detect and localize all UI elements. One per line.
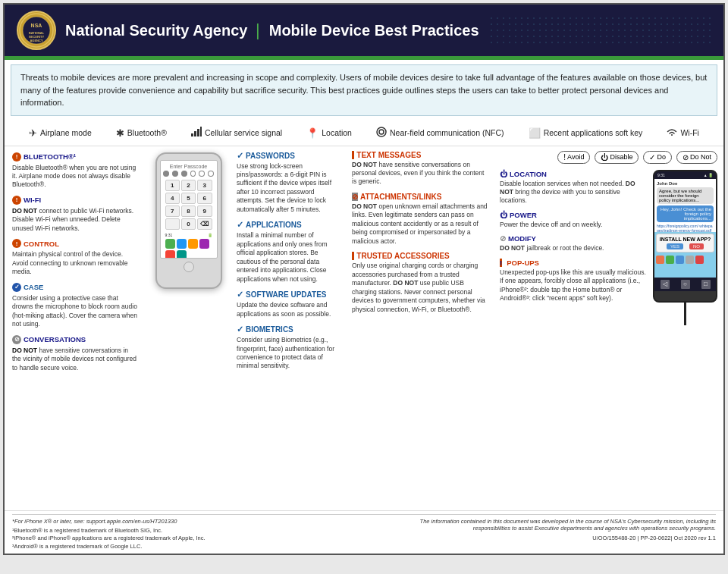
key-8[interactable]: 8 xyxy=(181,205,196,217)
time-display: 9:31 xyxy=(165,233,173,237)
android-status-icons: ▲ 🔋 xyxy=(704,173,713,177)
yes-button[interactable]: YES xyxy=(667,243,683,249)
left-panel: ! BLUETOOTH®¹ Disable Bluetooth® when yo… xyxy=(5,146,145,510)
android-app-apps[interactable] xyxy=(695,256,704,264)
recent-apps-label: Recent applications soft key xyxy=(544,128,643,137)
power-tip-text: Power the device off and on weekly. xyxy=(500,221,647,229)
attachments-title: ⊘ ATTACHMENTS/LINKS xyxy=(352,193,488,201)
popups-tip: ! POP-UPS Unexpected pop-ups like this a… xyxy=(500,259,647,303)
location-icon: 📍 xyxy=(306,127,318,139)
iphone-section: Enter Passcode 1 2 xyxy=(145,146,232,510)
applications-check-icon: ✓ xyxy=(237,220,243,230)
trademark-iphone: ²iPhone® and iPhone® applications are a … xyxy=(12,535,399,543)
wifi-tip: ! WI-FI DO NOT connect to public Wi-Fi n… xyxy=(12,196,137,233)
key-2[interactable]: 2 xyxy=(181,180,196,191)
app-3[interactable] xyxy=(188,239,198,249)
iphone-footnote: *For iPhone X® or later, see: support.ap… xyxy=(12,518,399,525)
disable-icon: ⏻ xyxy=(601,153,608,162)
android-app-phone[interactable] xyxy=(656,256,664,264)
key-3[interactable]: 3 xyxy=(197,180,212,191)
android-body: 9:31 ▲ 🔋 John Doe Agree, but we should c… xyxy=(653,170,717,303)
iphone-home-button[interactable] xyxy=(184,262,194,272)
legend-disable: ⏻ Disable xyxy=(595,151,639,164)
power-title: ⏻ POWER xyxy=(500,211,647,219)
biometrics-tip: ✓ BIOMETRICS Consider using Biometrics (… xyxy=(237,325,341,371)
cellular-label: Cellular service signal xyxy=(205,128,282,137)
app-grid xyxy=(164,237,214,259)
install-popup: INSTALL NEW APP? YES NO xyxy=(656,234,714,252)
app-6[interactable] xyxy=(177,250,187,259)
airplane-icon: ✈ xyxy=(29,127,37,139)
key-4[interactable]: 4 xyxy=(165,193,180,204)
icon-airplane: ✈ Airplane mode xyxy=(29,127,92,139)
accent-bar xyxy=(5,56,723,60)
android-app-contacts[interactable] xyxy=(676,256,684,264)
android-time: 9:31 xyxy=(657,173,665,177)
applications-title: ✓ APPLICATIONS xyxy=(237,220,341,230)
pin-dot-3 xyxy=(181,171,187,177)
nsa-logo: NSA NATIONAL SECURITY AGENCY xyxy=(17,11,56,50)
app-1[interactable] xyxy=(165,239,175,249)
key-del[interactable]: ⌫ xyxy=(197,218,212,230)
location-label: Location xyxy=(322,128,352,137)
bluetooth-icon: ✱ xyxy=(116,127,124,139)
conversations-tip: ⊘ CONVERSATIONS DO NOT have sensitive co… xyxy=(12,335,137,372)
pin-dot-4 xyxy=(190,171,196,177)
biometrics-title: ✓ BIOMETRICS xyxy=(237,325,341,334)
android-app-browser[interactable] xyxy=(686,256,694,264)
pin-dot-5 xyxy=(199,171,205,177)
software-updates-title: ✓ SOFTWARE UPDATES xyxy=(237,290,341,300)
legend: ! Avoid ⏻ Disable ✓ Do ⊘ Do Not xyxy=(500,151,717,164)
modify-title: ⊘ MODIFY xyxy=(500,234,647,243)
android-home-button[interactable]: ○ xyxy=(681,280,690,289)
software-check-icon: ✓ xyxy=(237,290,243,300)
header-text: National Security Agency | Mobile Device… xyxy=(65,20,479,40)
key-5[interactable]: 5 xyxy=(181,193,196,204)
key-6[interactable]: 6 xyxy=(197,193,212,204)
disclaimer-text: The information contained in this docume… xyxy=(413,518,716,532)
iphone-screen-content: Enter Passcode 1 2 xyxy=(161,161,217,259)
footer-left: *For iPhone X® or later, see: support.ap… xyxy=(12,518,399,551)
no-button[interactable]: NO xyxy=(689,243,704,249)
center-tips-panel: ✓ PASSWORDS Use strong lock-screen pins/… xyxy=(232,146,346,510)
modify-tip: ⊘ MODIFY DO NOT jailbreak or root the de… xyxy=(500,234,647,252)
chat-link: https://foreignpolicy.com/ whitepages/tr… xyxy=(657,224,714,232)
bluetooth-label: Bluetooth® xyxy=(127,128,167,137)
pin-label: Enter Passcode xyxy=(164,164,214,169)
android-section: 9:31 ▲ 🔋 John Doe Agree, but we should c… xyxy=(653,170,717,325)
iphone-screen: Enter Passcode 1 2 xyxy=(160,160,218,259)
legend-do: ✓ Do xyxy=(643,151,672,164)
wifi-icon xyxy=(667,127,677,139)
icon-location: 📍 Location xyxy=(306,127,352,139)
icon-nfc: Near-field communication (NFC) xyxy=(376,127,504,140)
key-0[interactable]: 0 xyxy=(181,218,196,230)
airplane-label: Airplane mode xyxy=(40,128,92,137)
applications-tip: ✓ APPLICATIONS Install a minimal number … xyxy=(237,220,341,284)
key-7[interactable]: 7 xyxy=(165,205,180,217)
app-2[interactable] xyxy=(177,239,187,249)
trusted-accessories-text: Only use original charging cords or char… xyxy=(352,262,488,314)
icon-recent-apps: ⬜ Recent applications soft key xyxy=(529,127,643,139)
attachments-tip: ⊘ ATTACHMENTS/LINKS DO NOT open unknown … xyxy=(352,193,488,246)
app-5[interactable] xyxy=(165,250,175,259)
android-back-button[interactable]: ◁ xyxy=(661,280,670,289)
passwords-check-icon: ✓ xyxy=(237,151,243,161)
trademark-android: ³Android® is a registered trademark of G… xyxy=(12,543,399,551)
software-updates-tip: ✓ SOFTWARE UPDATES Update the device sof… xyxy=(237,290,341,318)
android-app-msg[interactable] xyxy=(666,256,674,264)
biometrics-check-icon: ✓ xyxy=(237,325,243,334)
android-recent-button[interactable]: □ xyxy=(701,280,711,289)
do-icon: ✓ xyxy=(649,153,655,162)
case-tip-text: Consider using a protective case that dr… xyxy=(12,294,137,329)
app-4[interactable] xyxy=(199,239,209,249)
right-content: ⏻ LOCATION Disable location services whe… xyxy=(500,170,717,325)
bluetooth-tip-title: ! BLUETOOTH®¹ xyxy=(12,152,137,162)
text-messages-title: ! TEXT MESSAGES xyxy=(352,151,488,159)
trusted-accessories-title: ! TRUSTED ACCESSORIES xyxy=(352,252,488,260)
key-9[interactable]: 9 xyxy=(197,205,212,217)
do-label: Do xyxy=(657,153,666,161)
legend-avoid: ! Avoid xyxy=(557,151,590,164)
power-tip: ⏻ POWER Power the device off and on week… xyxy=(500,211,647,229)
key-1[interactable]: 1 xyxy=(165,180,180,191)
do-not-label: Do Not xyxy=(690,153,711,161)
